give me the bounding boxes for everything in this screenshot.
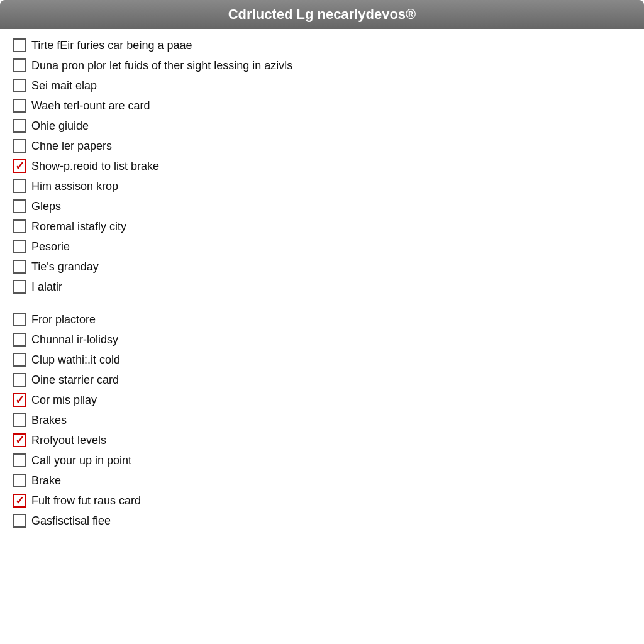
item-label: Roremal istafly city (31, 220, 126, 233)
list-item[interactable]: Sei mait elap (13, 75, 631, 96)
checkbox[interactable] (13, 433, 26, 447)
checkbox[interactable] (13, 139, 26, 153)
list-item[interactable]: Show-p.reoid to list brake (13, 156, 631, 176)
checkbox[interactable] (13, 453, 26, 467)
item-label: Tirte fEir furies car being a paae (31, 39, 192, 52)
checkbox[interactable] (13, 474, 26, 487)
item-label: Fult frow fut raus card (31, 494, 141, 508)
list-item[interactable]: Duna pron plor let fuids of ther sight l… (13, 55, 631, 75)
checkbox[interactable] (13, 240, 26, 253)
checkbox[interactable] (13, 199, 26, 213)
item-label: Chunnal ir-lolidsy (31, 333, 118, 347)
item-label: Pesorie (31, 240, 70, 253)
list-item[interactable]: Gasfisctisal fiee (13, 511, 631, 531)
checkbox[interactable] (13, 413, 26, 427)
list-item[interactable]: Gleps (13, 196, 631, 216)
list-item[interactable]: Him assison krop (13, 176, 631, 196)
item-label: Duna pron plor let fuids of ther sight l… (31, 59, 292, 72)
checkbox[interactable] (13, 159, 26, 173)
item-label: Cor mis pllay (31, 394, 97, 407)
list-item[interactable]: Waeh terl-ount are card (13, 96, 631, 116)
list-item[interactable]: Rrofyout levels (13, 430, 631, 450)
item-label: Sei mait elap (31, 79, 97, 92)
checkbox[interactable] (13, 313, 26, 326)
header: Cdrlucted Lg necarlydevos® (0, 0, 644, 29)
item-label: Him assison krop (31, 180, 118, 193)
item-label: Show-p.reoid to list brake (31, 160, 159, 173)
checkbox[interactable] (13, 353, 26, 367)
item-label: Rrofyout levels (31, 434, 106, 447)
item-label: Oine starrier card (31, 374, 119, 387)
list-item[interactable]: Brakes (13, 410, 631, 430)
checkbox[interactable] (13, 494, 26, 508)
checkbox[interactable] (13, 373, 26, 387)
checkbox[interactable] (13, 79, 26, 92)
checkbox[interactable] (13, 393, 26, 407)
checkbox[interactable] (13, 119, 26, 133)
item-label: I alatir (31, 280, 62, 294)
list-item[interactable]: Cor mis pllay (13, 390, 631, 410)
list-item[interactable]: Oine starrier card (13, 370, 631, 390)
checkbox[interactable] (13, 280, 26, 294)
item-label: Brakes (31, 414, 67, 427)
list-item[interactable]: Pesorie (13, 236, 631, 257)
list-item[interactable]: Fult frow fut raus card (13, 491, 631, 511)
section-2: Fror plactoreChunnal ir-lolidsyClup wath… (13, 309, 631, 531)
item-label: Call your up in point (31, 454, 131, 467)
list-item[interactable]: I alatir (13, 277, 631, 297)
item-label: Brake (31, 474, 61, 487)
list-item[interactable]: Tie's granday (13, 257, 631, 277)
list-item[interactable]: Roremal istafly city (13, 216, 631, 236)
list-item[interactable]: Ohie giuide (13, 116, 631, 136)
checkbox[interactable] (13, 58, 26, 72)
item-label: Chne ler papers (31, 140, 112, 153)
item-label: Gasfisctisal fiee (31, 514, 111, 528)
list-item[interactable]: Tirte fEir furies car being a paae (13, 35, 631, 55)
checkbox[interactable] (13, 260, 26, 274)
section-1: Tirte fEir furies car being a paaeDuna p… (13, 35, 631, 297)
header-title: Cdrlucted Lg necarlydevos® (228, 6, 416, 22)
item-label: Waeh terl-ount are card (31, 99, 150, 113)
list-item[interactable]: Brake (13, 470, 631, 491)
list-item[interactable]: Chne ler papers (13, 136, 631, 156)
checkbox[interactable] (13, 514, 26, 528)
checkbox[interactable] (13, 333, 26, 347)
item-label: Ohie giuide (31, 119, 89, 133)
checkbox[interactable] (13, 99, 26, 113)
checkbox[interactable] (13, 219, 26, 233)
item-label: Clup wathi:.it cold (31, 353, 120, 367)
content: Tirte fEir furies car being a paaeDuna p… (0, 29, 644, 550)
list-item[interactable]: Fror plactore (13, 309, 631, 330)
item-label: Gleps (31, 200, 61, 213)
item-label: Tie's granday (31, 260, 99, 274)
item-label: Fror plactore (31, 313, 96, 326)
list-item[interactable]: Call your up in point (13, 450, 631, 470)
checkbox[interactable] (13, 179, 26, 193)
list-item[interactable]: Chunnal ir-lolidsy (13, 330, 631, 350)
checkbox[interactable] (13, 38, 26, 52)
list-item[interactable]: Clup wathi:.it cold (13, 350, 631, 370)
